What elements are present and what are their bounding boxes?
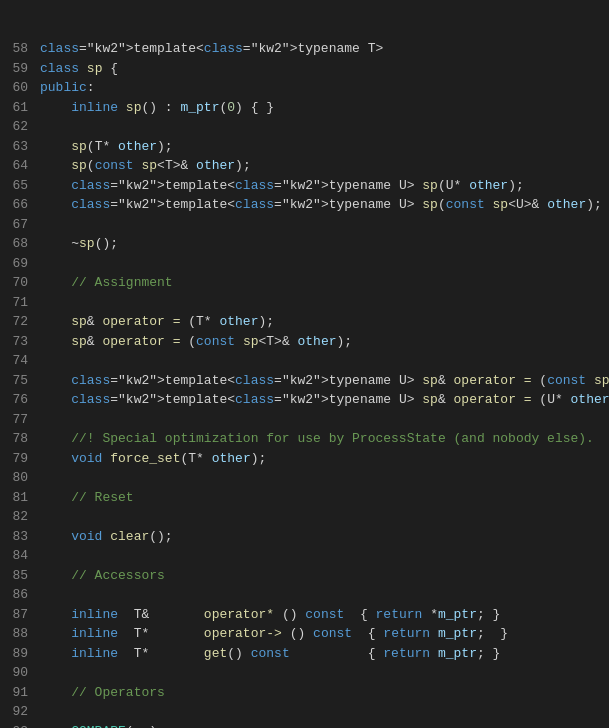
- line-code: class="kw2">template<class="kw2">typenam…: [40, 390, 609, 410]
- line-number: 84: [8, 546, 40, 566]
- line-code: // Operators: [40, 683, 165, 703]
- line-number: 80: [8, 468, 40, 488]
- line-number: 71: [8, 293, 40, 313]
- line-number: 59: [8, 59, 40, 79]
- line-code: class="kw2">template<class="kw2">typenam…: [40, 371, 609, 391]
- line-number: 81: [8, 488, 40, 508]
- code-line: 68 ~sp();: [8, 234, 609, 254]
- line-number: 74: [8, 351, 40, 371]
- code-line: 84: [8, 546, 609, 566]
- line-number: 87: [8, 605, 40, 625]
- line-number: 75: [8, 371, 40, 391]
- line-number: 82: [8, 507, 40, 527]
- code-line: 61 inline sp() : m_ptr(0) { }: [8, 98, 609, 118]
- code-line: 89 inline T* get() const { return m_ptr;…: [8, 644, 609, 664]
- code-line: 74: [8, 351, 609, 371]
- line-number: 92: [8, 702, 40, 722]
- code-line: 78 //! Special optimization for use by P…: [8, 429, 609, 449]
- line-number: 65: [8, 176, 40, 196]
- code-line: 64 sp(const sp<T>& other);: [8, 156, 609, 176]
- line-number: 63: [8, 137, 40, 157]
- line-number: 73: [8, 332, 40, 352]
- line-number: 89: [8, 644, 40, 664]
- code-content: 58class="kw2">template<class="kw2">typen…: [0, 0, 609, 728]
- code-line: 91 // Operators: [8, 683, 609, 703]
- line-number: 78: [8, 429, 40, 449]
- code-line: 75 class="kw2">template<class="kw2">type…: [8, 371, 609, 391]
- line-code: COMPARE(==): [40, 722, 157, 729]
- line-number: 90: [8, 663, 40, 683]
- code-line: 73 sp& operator = (const sp<T>& other);: [8, 332, 609, 352]
- code-line: 81 // Reset: [8, 488, 609, 508]
- line-code: inline T* operator-> () const { return m…: [40, 624, 508, 644]
- line-number: 62: [8, 117, 40, 137]
- line-code: // Reset: [40, 488, 134, 508]
- line-number: 83: [8, 527, 40, 547]
- code-line: 93 COMPARE(==): [8, 722, 609, 729]
- line-number: 88: [8, 624, 40, 644]
- code-line: 66 class="kw2">template<class="kw2">type…: [8, 195, 609, 215]
- line-number: 93: [8, 722, 40, 729]
- line-code: //! Special optimization for use by Proc…: [40, 429, 594, 449]
- line-code: // Assignment: [40, 273, 173, 293]
- line-code: ~sp();: [40, 234, 118, 254]
- code-line: 67: [8, 215, 609, 235]
- code-line: 80: [8, 468, 609, 488]
- code-line: 71: [8, 293, 609, 313]
- code-line: 87 inline T& operator* () const { return…: [8, 605, 609, 625]
- line-code: class sp {: [40, 59, 118, 79]
- line-number: 64: [8, 156, 40, 176]
- line-code: class="kw2">template<class="kw2">typenam…: [40, 39, 383, 59]
- code-line: 59class sp {: [8, 59, 609, 79]
- code-line: 69: [8, 254, 609, 274]
- line-number: 77: [8, 410, 40, 430]
- line-number: 60: [8, 78, 40, 98]
- line-code: void force_set(T* other);: [40, 449, 266, 469]
- code-line: 86: [8, 585, 609, 605]
- code-line: 62: [8, 117, 609, 137]
- code-line: 82: [8, 507, 609, 527]
- line-code: inline T* get() const { return m_ptr; }: [40, 644, 500, 664]
- code-line: 83 void clear();: [8, 527, 609, 547]
- line-code: sp(const sp<T>& other);: [40, 156, 251, 176]
- code-line: 58class="kw2">template<class="kw2">typen…: [8, 39, 609, 59]
- code-line: 77: [8, 410, 609, 430]
- line-code: // Accessors: [40, 566, 165, 586]
- line-number: 76: [8, 390, 40, 410]
- code-line: 65 class="kw2">template<class="kw2">type…: [8, 176, 609, 196]
- line-code: public:: [40, 78, 95, 98]
- code-line: 90: [8, 663, 609, 683]
- line-code: sp& operator = (const sp<T>& other);: [40, 332, 352, 352]
- line-number: 72: [8, 312, 40, 332]
- line-number: 67: [8, 215, 40, 235]
- line-number: 61: [8, 98, 40, 118]
- line-number: 58: [8, 39, 40, 59]
- line-number: 79: [8, 449, 40, 469]
- code-line: 88 inline T* operator-> () const { retur…: [8, 624, 609, 644]
- line-number: 68: [8, 234, 40, 254]
- line-number: 70: [8, 273, 40, 293]
- line-number: 85: [8, 566, 40, 586]
- line-number: 69: [8, 254, 40, 274]
- code-line: 60public:: [8, 78, 609, 98]
- code-line: 63 sp(T* other);: [8, 137, 609, 157]
- line-code: class="kw2">template<class="kw2">typenam…: [40, 176, 524, 196]
- code-line: 79 void force_set(T* other);: [8, 449, 609, 469]
- line-code: inline T& operator* () const { return *m…: [40, 605, 500, 625]
- line-code: void clear();: [40, 527, 173, 547]
- line-number: 66: [8, 195, 40, 215]
- line-code: class="kw2">template<class="kw2">typenam…: [40, 195, 602, 215]
- line-number: 91: [8, 683, 40, 703]
- line-code: inline sp() : m_ptr(0) { }: [40, 98, 274, 118]
- code-editor: 58class="kw2">template<class="kw2">typen…: [0, 0, 609, 728]
- line-number: 86: [8, 585, 40, 605]
- line-code: sp(T* other);: [40, 137, 173, 157]
- code-line: 72 sp& operator = (T* other);: [8, 312, 609, 332]
- code-line: 92: [8, 702, 609, 722]
- code-line: 76 class="kw2">template<class="kw2">type…: [8, 390, 609, 410]
- line-code: sp& operator = (T* other);: [40, 312, 274, 332]
- code-line: 70 // Assignment: [8, 273, 609, 293]
- code-line: 85 // Accessors: [8, 566, 609, 586]
